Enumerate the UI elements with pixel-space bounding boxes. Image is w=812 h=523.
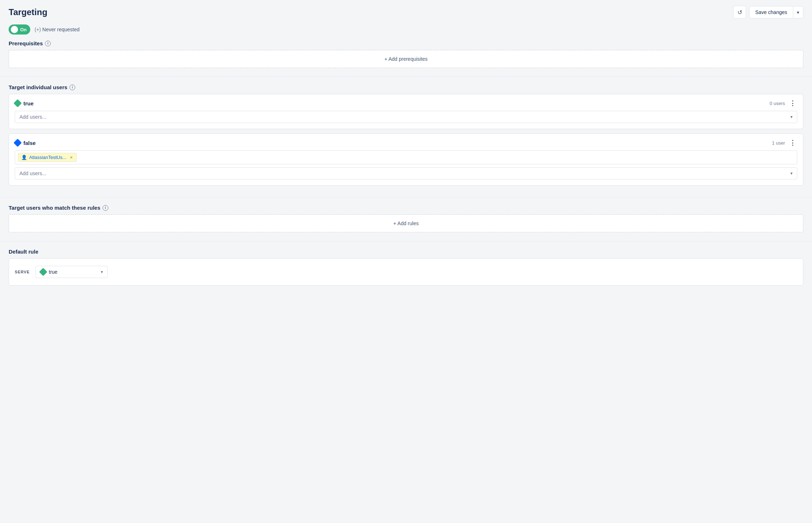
false-diamond-icon [14,139,22,147]
prerequisites-header: Prerequisites i [9,40,803,46]
tag-user-icon: 👤 [21,155,27,160]
true-card-title: true [15,100,33,106]
default-rule-card: SERVE true ▾ [9,258,803,286]
false-tags-container: 👤 AtlassianTestUs... × [15,150,797,164]
serve-select-chevron: ▾ [101,269,103,274]
never-requested-icon: (+) [35,27,41,32]
false-more-button[interactable]: ⋮ [788,140,797,146]
true-variation-card: true 0 users ⋮ Add users... ▾ [9,94,803,129]
never-requested-badge: (+) Never requested [35,27,80,32]
false-variation-card: false 1 user ⋮ 👤 AtlassianTestUs... × Ad… [9,133,803,186]
true-add-users-select[interactable]: Add users... ▾ [15,111,797,123]
false-user-count: 1 user [772,140,785,146]
add-prerequisites-button[interactable]: + Add prerequisites [9,50,803,68]
true-card-meta: 0 users ⋮ [770,100,797,106]
true-label: true [23,100,33,106]
divider-1 [0,77,812,77]
false-card-meta: 1 user ⋮ [772,140,797,146]
target-users-label: Target individual users [9,84,67,90]
prerequisites-info-icon[interactable]: i [45,41,51,46]
target-rules-info-icon[interactable]: i [103,205,108,211]
add-rules-button[interactable]: + Add rules [9,214,803,232]
divider-2 [0,197,812,197]
save-button-group: Save changes ▾ [749,6,803,18]
on-off-toggle[interactable]: On [9,24,30,35]
true-add-users-placeholder: Add users... [19,114,46,120]
target-rules-label: Target users who match these rules [9,205,100,211]
tag-close-button[interactable]: × [69,155,73,160]
history-icon: ↺ [737,9,742,16]
true-diamond-icon [14,99,22,108]
serve-label: SERVE [15,270,30,274]
true-card-header: true 0 users ⋮ [15,100,797,106]
serve-select-inner: true [40,269,58,275]
true-more-button[interactable]: ⋮ [788,100,797,106]
save-changes-chevron[interactable]: ▾ [793,6,803,18]
false-card-header: false 1 user ⋮ [15,140,797,146]
divider-3 [0,241,812,241]
page-wrapper: Targeting ↺ Save changes ▾ On (+) Never … [0,0,812,523]
chevron-down-icon: ▾ [797,10,799,15]
target-users-header: Target individual users i [9,84,803,90]
false-select-chevron: ▾ [790,171,793,176]
page-title: Targeting [9,7,48,17]
toggle-label: On [20,27,27,32]
false-label: false [23,140,36,146]
default-rule-label: Default rule [9,249,39,255]
target-rules-header: Target users who match these rules i [9,205,803,211]
atlassian-test-user-tag: 👤 AtlassianTestUs... × [18,153,77,162]
serve-value-select[interactable]: true ▾ [36,266,108,278]
true-user-count: 0 users [770,101,785,106]
serve-diamond-icon [39,268,47,276]
false-add-users-placeholder: Add users... [19,170,46,176]
default-rule-header: Default rule [9,249,803,255]
target-users-info-icon[interactable]: i [69,85,75,90]
false-card-title: false [15,140,36,146]
target-users-section: Target individual users i true 0 users ⋮… [0,84,812,196]
never-requested-text: Never requested [42,27,80,32]
history-button[interactable]: ↺ [733,6,746,19]
page-header: Targeting ↺ Save changes ▾ [0,0,812,23]
true-select-chevron: ▾ [790,114,793,119]
target-rules-section: Target users who match these rules i + A… [0,205,812,240]
toggle-row: On (+) Never requested [0,23,812,40]
serve-value-text: true [49,269,58,275]
false-add-users-select[interactable]: Add users... ▾ [15,167,797,179]
prerequisites-label: Prerequisites [9,40,43,46]
serve-row: SERVE true ▾ [15,266,797,278]
header-actions: ↺ Save changes ▾ [733,6,803,19]
tag-user-text: AtlassianTestUs... [29,155,66,160]
save-changes-button[interactable]: Save changes [749,6,793,18]
toggle-circle [11,26,18,33]
prerequisites-section: Prerequisites i + Add prerequisites [0,40,812,75]
default-rule-section: Default rule SERVE true ▾ [0,249,812,293]
